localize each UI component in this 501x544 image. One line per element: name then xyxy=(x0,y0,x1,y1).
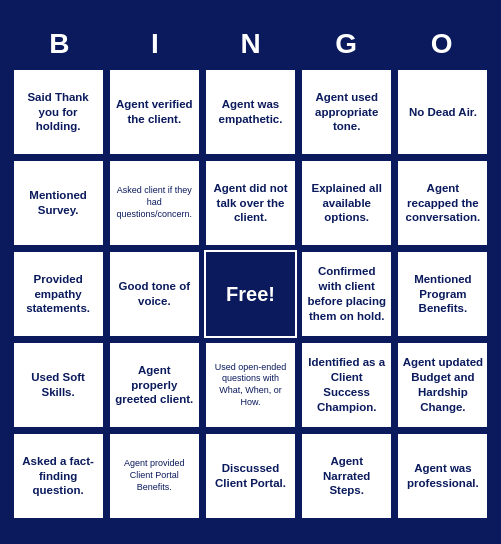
bingo-cell-b1[interactable]: Said Thank you for holding. xyxy=(12,68,105,156)
bingo-cell-i4[interactable]: Agent properly greeted client. xyxy=(108,341,201,429)
bingo-cell-o3[interactable]: Mentioned Program Benefits. xyxy=(396,250,489,338)
bingo-cell-g3[interactable]: Confirmed with client before placing the… xyxy=(300,250,393,338)
bingo-header: B I N G O xyxy=(12,24,490,64)
bingo-cell-o4[interactable]: Agent updated Budget and Hardship Change… xyxy=(396,341,489,429)
bingo-cell-o5[interactable]: Agent was professional. xyxy=(396,432,489,520)
bingo-cell-n4[interactable]: Used open-ended questions with What, Whe… xyxy=(204,341,297,429)
letter-b: B xyxy=(12,24,108,64)
bingo-cell-b2[interactable]: Mentioned Survey. xyxy=(12,159,105,247)
bingo-cell-o2[interactable]: Agent recapped the conversation. xyxy=(396,159,489,247)
bingo-cell-g2[interactable]: Explained all available options. xyxy=(300,159,393,247)
bingo-cell-n2[interactable]: Agent did not talk over the client. xyxy=(204,159,297,247)
bingo-cell-g5[interactable]: Agent Narrated Steps. xyxy=(300,432,393,520)
bingo-cell-n5[interactable]: Discussed Client Portal. xyxy=(204,432,297,520)
bingo-cell-n1[interactable]: Agent was empathetic. xyxy=(204,68,297,156)
bingo-cell-b3[interactable]: Provided empathy statements. xyxy=(12,250,105,338)
bingo-cell-i2[interactable]: Asked client if they had questions/conce… xyxy=(108,159,201,247)
letter-n: N xyxy=(203,24,299,64)
bingo-cell-g1[interactable]: Agent used appropriate tone. xyxy=(300,68,393,156)
bingo-cell-g4[interactable]: Identified as a Client Success Champion. xyxy=(300,341,393,429)
bingo-cell-i3[interactable]: Good tone of voice. xyxy=(108,250,201,338)
bingo-cell-o1[interactable]: No Dead Air. xyxy=(396,68,489,156)
bingo-cell-i5[interactable]: Agent provided Client Portal Benefits. xyxy=(108,432,201,520)
bingo-cell-b4[interactable]: Used Soft Skills. xyxy=(12,341,105,429)
bingo-cell-i1[interactable]: Agent verified the client. xyxy=(108,68,201,156)
letter-i: I xyxy=(107,24,203,64)
letter-g: G xyxy=(298,24,394,64)
bingo-cell-n3[interactable]: Free! xyxy=(204,250,297,338)
bingo-grid: Said Thank you for holding.Agent verifie… xyxy=(12,68,490,520)
letter-o: O xyxy=(394,24,490,64)
bingo-card: B I N G O Said Thank you for holding.Age… xyxy=(6,18,496,526)
bingo-cell-b5[interactable]: Asked a fact-finding question. xyxy=(12,432,105,520)
